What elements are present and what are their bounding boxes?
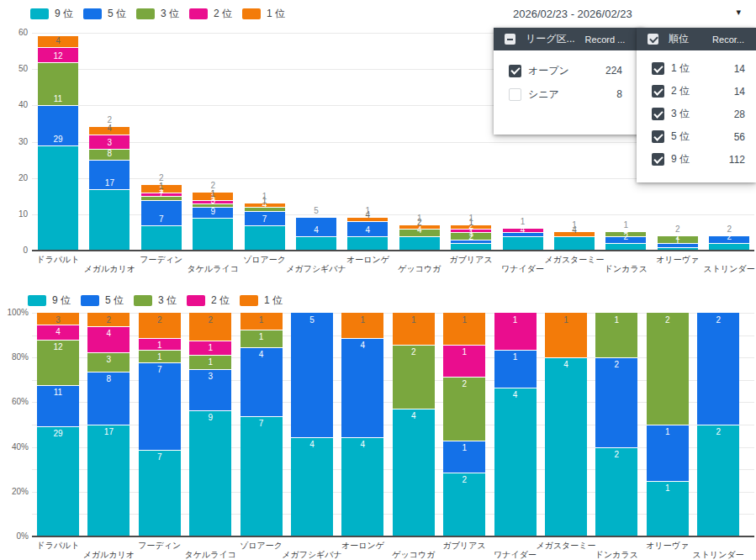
- checkbox[interactable]: [652, 62, 664, 75]
- filter-row-rank9[interactable]: 9 位 112: [637, 148, 756, 171]
- legend-swatch-icon: [81, 295, 99, 306]
- bar-value-label: 4: [92, 329, 125, 339]
- legend-swatch-icon: [242, 8, 261, 19]
- bar-segment-rank9[interactable]: [545, 357, 587, 536]
- bar-segment-rank9[interactable]: [503, 236, 543, 251]
- bar-segment-rank9[interactable]: [141, 225, 182, 251]
- bar-segment-rank3[interactable]: [647, 313, 689, 425]
- bar-segment-rank5[interactable]: [291, 313, 333, 437]
- legend-item-rank1[interactable]: 1 位: [240, 293, 283, 308]
- filter-card-league: リーグ区... Record ... オープン 224 シニア 8: [494, 28, 644, 135]
- bar-segment-rank9[interactable]: [554, 236, 595, 251]
- bar-value-label: 1: [143, 352, 177, 362]
- select-all-checkbox[interactable]: [648, 34, 658, 45]
- bar-segment-rank9[interactable]: [494, 388, 537, 536]
- y-axis-tick: 40%: [2, 442, 29, 452]
- bar-segment-rank9[interactable]: [38, 145, 78, 251]
- bar-segment-rank9[interactable]: [87, 425, 130, 536]
- legend-item-rank5[interactable]: 5 位: [83, 7, 126, 21]
- checkbox[interactable]: [652, 130, 664, 143]
- bar-segment-rank9[interactable]: [595, 447, 637, 536]
- bar-segment-rank5[interactable]: [697, 313, 739, 425]
- bar-value-label: 4: [299, 225, 333, 235]
- date-range-picker[interactable]: 2026/02/23 - 2026/02/23 ▾: [494, 0, 756, 28]
- legend-label: 9 位: [55, 7, 73, 21]
- filter-row-rank2[interactable]: 2 位 14: [637, 80, 756, 103]
- bar-value-label: 8: [92, 374, 125, 384]
- filter-option-count: 224: [605, 65, 622, 77]
- legend-label: 1 位: [264, 293, 283, 308]
- legend-item-rank5[interactable]: 5 位: [81, 293, 124, 308]
- bar-value-label: 12: [41, 342, 75, 352]
- select-all-checkbox[interactable]: [505, 34, 515, 45]
- bar-value-label: 1: [558, 220, 591, 230]
- legend-label: 3 位: [158, 293, 177, 308]
- bar-value-label: 4: [346, 341, 379, 351]
- filter-row-rank5[interactable]: 5 位 56: [637, 125, 756, 148]
- filter-option-label: オープン: [528, 64, 569, 78]
- legend-item-rank2[interactable]: 2 位: [187, 293, 230, 308]
- bar-segment-rank9[interactable]: [697, 425, 739, 536]
- filter-row-rank3[interactable]: 3 位 28: [637, 103, 756, 125]
- bar-segment-rank9[interactable]: [291, 437, 333, 536]
- bar-value-label: 1: [397, 315, 431, 325]
- record-count-header: Recor...: [712, 34, 744, 45]
- bar-value-label: 2: [701, 427, 735, 437]
- checkbox[interactable]: [509, 88, 521, 101]
- bar-segment-rank9[interactable]: [37, 426, 79, 536]
- bar-value-label: 1: [447, 443, 481, 453]
- bar-segment-rank9[interactable]: [193, 218, 233, 251]
- bar-segment-rank9[interactable]: [347, 236, 388, 251]
- legend-swatch-icon: [136, 8, 155, 19]
- bar-segment-rank9[interactable]: [296, 236, 336, 251]
- legend-item-rank9[interactable]: 9 位: [30, 7, 73, 21]
- bar-segment-rank9[interactable]: [189, 410, 231, 536]
- bar-segment-rank9[interactable]: [341, 437, 383, 536]
- bar-value-label: 1: [447, 315, 481, 325]
- bar-segment-rank9[interactable]: [241, 416, 283, 536]
- bar-segment-rank5[interactable]: [139, 362, 181, 449]
- bar-value-label: 1: [499, 315, 532, 325]
- filter-card-title: 順位: [669, 32, 689, 46]
- legend-item-rank3[interactable]: 3 位: [134, 293, 177, 308]
- checkbox[interactable]: [652, 85, 664, 98]
- bar-segment-rank5[interactable]: [341, 338, 383, 437]
- bar-segment-rank9[interactable]: [139, 450, 181, 536]
- y-axis-tick: 80%: [2, 352, 29, 362]
- y-axis-tick: 20%: [2, 487, 29, 496]
- legend-swatch-icon: [187, 295, 205, 306]
- legend-item-rank2[interactable]: 2 位: [189, 7, 232, 21]
- checkbox[interactable]: [652, 108, 664, 120]
- legend-swatch-icon: [28, 295, 46, 306]
- filter-option-count: 56: [734, 131, 745, 143]
- legend-item-rank3[interactable]: 3 位: [136, 7, 179, 21]
- bar-segment-rank9[interactable]: [399, 236, 440, 251]
- bar-segment-rank9[interactable]: [393, 409, 435, 536]
- y-axis-tick: 20: [6, 173, 28, 182]
- bar-value-label: 2: [196, 181, 230, 191]
- bar-value-label: 4: [41, 36, 75, 46]
- filter-option-label: 2 位: [671, 84, 690, 98]
- filter-row-senior[interactable]: シニア 8: [494, 82, 644, 106]
- filter-row-open[interactable]: オープン 224: [494, 59, 644, 82]
- filter-option-count: 14: [734, 63, 745, 75]
- bar-value-label: 12: [41, 51, 75, 61]
- bar-value-label: 29: [41, 429, 75, 439]
- filter-option-count: 14: [734, 86, 745, 98]
- bar-segment-rank9[interactable]: [245, 225, 285, 251]
- filter-option-label: 1 位: [671, 61, 690, 76]
- filter-row-rank1[interactable]: 1 位 14: [637, 57, 756, 80]
- legend-item-rank9[interactable]: 9 位: [28, 293, 71, 308]
- bar-value-label: 11: [41, 94, 75, 104]
- bar-segment-rank5[interactable]: [595, 357, 637, 446]
- bar-value-label: 9: [193, 413, 227, 423]
- bar-value-label: 2: [600, 450, 633, 460]
- bar-value-label: 11: [41, 388, 75, 398]
- legend-item-rank1[interactable]: 1 位: [242, 7, 285, 21]
- checkbox[interactable]: [652, 153, 664, 166]
- bar-segment-rank9[interactable]: [89, 189, 130, 251]
- legend-swatch-icon: [83, 8, 102, 19]
- filter-option-label: 9 位: [671, 152, 690, 166]
- legend-swatch-icon: [30, 8, 49, 19]
- checkbox[interactable]: [509, 65, 521, 77]
